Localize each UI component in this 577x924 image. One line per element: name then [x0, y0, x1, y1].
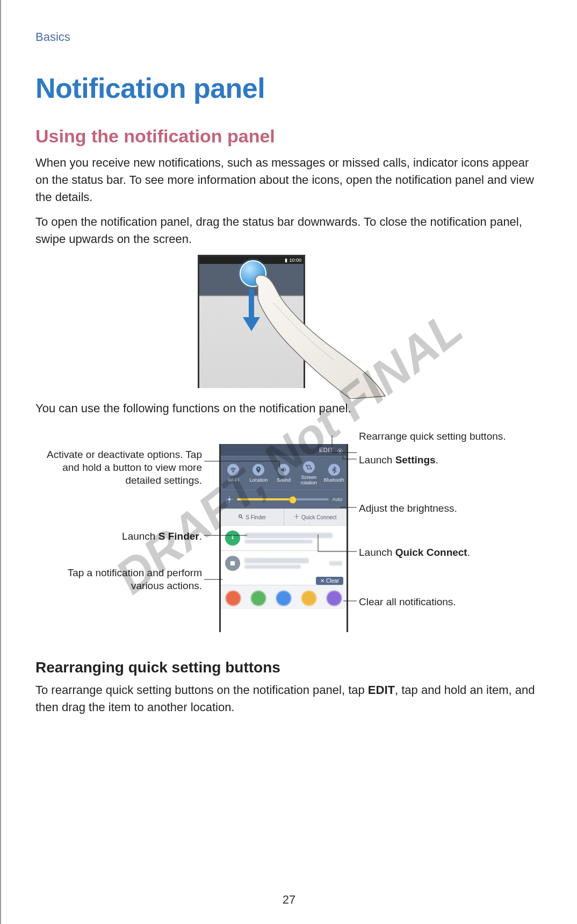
page: Basics Notification panel Using the noti…	[0, 0, 577, 924]
text: To rearrange quick setting buttons on th…	[35, 683, 368, 697]
section-rearranging: Rearranging quick setting buttons	[35, 659, 543, 676]
page-title: Notification panel	[35, 72, 543, 104]
paragraph-functions: You can use the following functions on t…	[35, 400, 543, 417]
figure-annotated-panel: Activate or deactivate options. Tap and …	[37, 428, 542, 643]
hand-illustration	[248, 270, 388, 399]
edit-bold: EDIT	[368, 683, 395, 697]
section-subtitle: Using the notification panel	[35, 126, 543, 147]
battery-icon: ▮	[285, 257, 287, 263]
running-header: Basics	[35, 30, 543, 44]
paragraph-intro: When you receive new notifications, such…	[35, 154, 543, 206]
figure-drag-down: ▮ 10:00	[198, 255, 380, 395]
paragraph-rearranging: To rearrange quick setting buttons on th…	[35, 682, 543, 716]
page-number: 27	[1, 893, 577, 907]
paragraph-open-panel: To open the notification panel, drag the…	[35, 213, 543, 248]
leader-lines	[37, 428, 542, 643]
status-time: 10:00	[289, 257, 301, 263]
